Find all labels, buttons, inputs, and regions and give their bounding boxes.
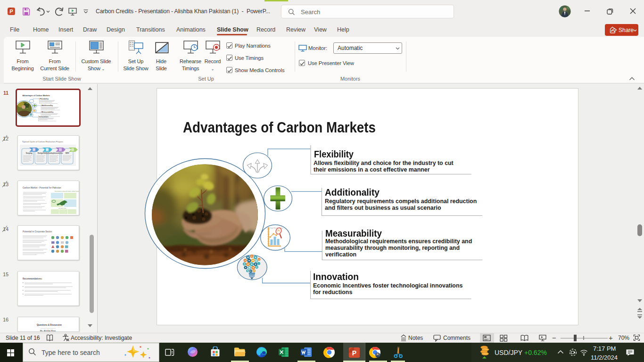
svg-text:Potential in Corporate Sector: Potential in Corporate Sector (23, 230, 52, 233)
svg-text:sectoral view: sectoral view (58, 207, 66, 209)
svg-text:Recommendations:: Recommendations: (23, 278, 42, 280)
svg-text:Investments attracted under ca: Investments attracted under carbon finan… (55, 190, 79, 192)
svg-text:Carbon Market - Potential for: Carbon Market - Potential for Pakistan (23, 187, 61, 189)
svg-text:Typical Cycle of Carbon Reduct: Typical Cycle of Carbon Reduction Projec… (22, 140, 63, 143)
svg-text:Advantages of Carbon Markets: Advantages of Carbon Markets (22, 94, 50, 97)
svg-text:MRV: MRV (66, 152, 69, 154)
svg-text:P: P (9, 8, 13, 14)
svg-text:Questions & Discussion: Questions & Discussion (37, 324, 62, 326)
svg-text:Additionality: Additionality (41, 105, 53, 107)
svg-text:Innovation: Innovation (39, 116, 49, 118)
svg-text:Implementation: Implementation (51, 152, 63, 154)
svg-text:Ms. Alishba Khan: Ms. Alishba Khan (40, 329, 56, 331)
svg-text:Scoping: Scoping (26, 152, 32, 154)
svg-text:P: P (352, 349, 356, 357)
svg-text:Flexibility: Flexibility (40, 99, 49, 100)
svg-text:Measurability: Measurability (41, 111, 54, 113)
svg-text:Design/Validation: Design/Validation (38, 152, 51, 154)
